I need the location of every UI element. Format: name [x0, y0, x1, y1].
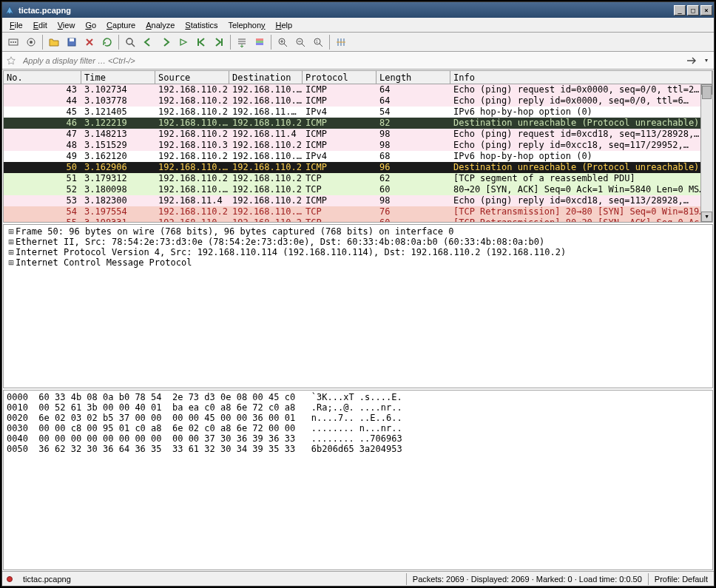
apply-filter-icon[interactable] — [684, 56, 699, 65]
status-packets: Packets: 2069 · Displayed: 2069 · Marked… — [407, 575, 648, 584]
menu-analyze[interactable]: Analyze — [141, 19, 179, 31]
go-back-icon[interactable] — [140, 34, 156, 50]
resize-columns-icon[interactable] — [333, 34, 349, 50]
options-icon[interactable] — [23, 34, 39, 50]
packet-list-body[interactable]: 433.102734192.168.110.2192.168.110.…ICMP… — [4, 84, 712, 222]
col-header-no[interactable]: No. — [4, 71, 81, 84]
menu-help[interactable]: Help — [271, 19, 297, 31]
table-row[interactable]: 503.162906192.168.110.…192.168.110.2ICMP… — [4, 162, 712, 173]
maximize-button[interactable]: □ — [687, 5, 699, 16]
table-row[interactable]: 553.198331192.168.110.…192.168.110.2TCP6… — [4, 217, 712, 222]
menu-view[interactable]: View — [53, 19, 80, 31]
colorize-icon[interactable] — [251, 34, 268, 50]
find-icon[interactable] — [122, 34, 138, 50]
goto-last-icon[interactable] — [211, 34, 227, 50]
tree-item[interactable]: ⊞Frame 50: 96 bytes on wire (768 bits), … — [7, 226, 709, 237]
menubar: File Edit View Go Capture Analyze Statis… — [2, 18, 714, 33]
packet-list-header[interactable]: No. Time Source Destination Protocol Len… — [4, 71, 712, 84]
col-header-time[interactable]: Time — [81, 71, 155, 84]
packet-bytes-pane[interactable]: 0000 60 33 4b 08 0a b0 78 54 2e 73 d3 0e… — [3, 390, 713, 570]
expand-icon[interactable]: ⊞ — [7, 237, 16, 247]
open-icon[interactable] — [46, 34, 62, 50]
svg-rect-17 — [256, 43, 263, 45]
svg-line-23 — [302, 44, 305, 47]
table-row[interactable]: 453.121405192.168.110.2192.168.11.…IPv45… — [4, 107, 712, 118]
svg-point-1 — [10, 41, 12, 43]
svg-rect-7 — [70, 38, 74, 41]
svg-rect-16 — [256, 41, 263, 43]
table-row[interactable]: 533.182300192.168.11.4192.168.110.2ICMP9… — [4, 195, 712, 206]
goto-packet-icon[interactable] — [175, 34, 192, 50]
titlebar[interactable]: tictac.pcapng _ □ × — [2, 2, 714, 18]
table-row[interactable]: 483.151529192.168.110.3192.168.110.2ICMP… — [4, 140, 712, 151]
display-filter-input[interactable] — [20, 55, 681, 67]
tree-item[interactable]: ⊞Internet Control Message Protocol — [7, 257, 709, 268]
autoscroll-icon[interactable] — [234, 34, 250, 50]
close-file-icon[interactable] — [81, 34, 98, 50]
table-row[interactable]: 493.162120192.168.110.2192.168.110.…IPv4… — [4, 151, 712, 162]
menu-capture[interactable]: Capture — [102, 19, 140, 31]
packet-details-pane[interactable]: ⊞Frame 50: 96 bytes on wire (768 bits), … — [3, 224, 713, 388]
svg-point-2 — [13, 41, 14, 43]
menu-go[interactable]: Go — [81, 19, 101, 31]
scroll-thumb[interactable] — [702, 86, 712, 99]
status-bar: tictac.pcapng Packets: 2069 · Displayed:… — [2, 571, 714, 586]
menu-telephony[interactable]: Telephony — [223, 19, 269, 31]
expand-icon[interactable]: ⊞ — [7, 226, 16, 237]
svg-point-8 — [126, 38, 132, 44]
status-profile[interactable]: Profile: Default — [649, 575, 714, 584]
svg-line-19 — [284, 44, 287, 47]
packet-list-pane: No. Time Source Destination Protocol Len… — [3, 70, 713, 223]
table-row[interactable]: 473.148213192.168.110.2192.168.11.4ICMP9… — [4, 129, 712, 140]
scroll-down-icon[interactable]: ▼ — [701, 212, 712, 222]
interfaces-icon[interactable] — [5, 34, 21, 50]
expand-icon[interactable]: ⊞ — [7, 247, 16, 257]
menu-edit[interactable]: Edit — [29, 19, 52, 31]
packet-scrollbar[interactable]: ▲ ▼ — [700, 84, 712, 222]
close-button[interactable]: × — [700, 5, 712, 16]
toolbar: 1 — [2, 33, 714, 52]
table-row[interactable]: 463.122219192.168.110.…192.168.110.2ICMP… — [4, 118, 712, 129]
svg-line-26 — [320, 44, 322, 47]
svg-point-3 — [15, 41, 16, 43]
table-row[interactable]: 443.103778192.168.110.2192.168.110.…ICMP… — [4, 95, 712, 107]
main-window: tictac.pcapng _ □ × File Edit View Go Ca… — [1, 1, 715, 587]
menu-statistics[interactable]: Statistics — [180, 19, 222, 31]
tree-item[interactable]: ⊞Internet Protocol Version 4, Src: 192.1… — [7, 247, 709, 257]
app-logo-icon — [4, 4, 16, 16]
col-header-len[interactable]: Length — [376, 71, 450, 84]
menu-file[interactable]: File — [5, 19, 27, 31]
reload-icon[interactable] — [99, 34, 115, 50]
filter-bar: ▾ — [2, 52, 714, 70]
table-row[interactable]: 513.179312192.168.110.2192.168.110.2TCP6… — [4, 173, 712, 184]
status-file[interactable]: tictac.pcapng — [17, 575, 77, 584]
filter-dropdown-icon[interactable]: ▾ — [702, 57, 711, 64]
window-title: tictac.pcapng — [18, 6, 674, 15]
zoom-reset-icon[interactable]: 1 — [310, 34, 326, 50]
expand-icon[interactable]: ⊞ — [7, 257, 16, 268]
col-header-proto[interactable]: Protocol — [303, 71, 376, 84]
col-header-src[interactable]: Source — [155, 71, 229, 84]
minimize-button[interactable]: _ — [674, 5, 686, 16]
table-row[interactable]: 523.180098192.168.110.…192.168.110.2TCP6… — [4, 184, 712, 195]
svg-line-9 — [132, 44, 135, 47]
zoom-out-icon[interactable] — [292, 34, 308, 50]
goto-first-icon[interactable] — [193, 34, 209, 50]
svg-text:1: 1 — [316, 39, 318, 44]
go-forward-icon[interactable] — [158, 34, 174, 50]
table-row[interactable]: 433.102734192.168.110.2192.168.110.…ICMP… — [4, 84, 712, 95]
save-icon[interactable] — [64, 34, 80, 50]
col-header-info[interactable]: Info — [450, 71, 712, 84]
expert-info-icon[interactable] — [7, 576, 13, 582]
col-header-dst[interactable]: Destination — [229, 71, 303, 84]
svg-rect-15 — [256, 38, 263, 41]
table-row[interactable]: 543.197554192.168.110.2192.168.110.…TCP7… — [4, 206, 712, 217]
bookmark-icon[interactable] — [5, 55, 17, 67]
zoom-in-icon[interactable] — [274, 34, 291, 50]
tree-item[interactable]: ⊞Ethernet II, Src: 78:54:2e:73:d3:0e (78… — [7, 237, 709, 247]
svg-point-5 — [30, 41, 33, 44]
